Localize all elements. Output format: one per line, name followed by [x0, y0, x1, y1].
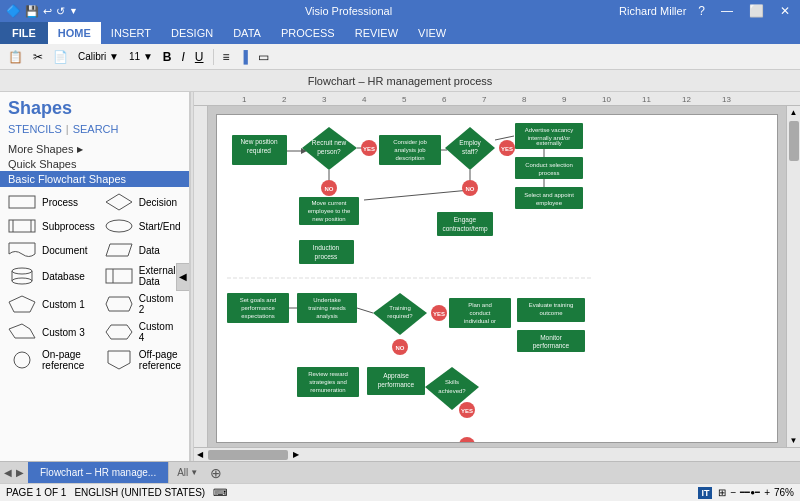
shape-process[interactable]: Process [4, 191, 99, 213]
maximize-btn[interactable]: ⬜ [745, 4, 768, 18]
nav-sep: | [66, 123, 69, 135]
fill-color-btn[interactable]: ▐ [236, 49, 253, 65]
tab-prev-btn[interactable]: ◀ [4, 467, 12, 478]
shape-startend[interactable]: Start/End [101, 215, 185, 237]
font-size-dropdown[interactable]: 11 ▼ [125, 50, 157, 63]
close-btn[interactable]: ✕ [776, 4, 794, 18]
zoom-slider[interactable]: ━━●━ [740, 488, 760, 497]
tab-flowchart[interactable]: Flowchart – HR manage... [28, 462, 169, 483]
redo-icon[interactable]: ↺ [56, 5, 65, 18]
shape-custom2[interactable]: Custom 2 [101, 291, 185, 317]
svg-rect-0 [9, 196, 35, 208]
statusbar: PAGE 1 OF 1 ENGLISH (UNITED STATES) ⌨ IT… [0, 483, 800, 501]
svg-text:Consider job: Consider job [393, 139, 427, 145]
decision-icon [105, 193, 133, 211]
stencils-link[interactable]: STENCILS [8, 123, 62, 135]
shape-extdata[interactable]: External Data [101, 263, 185, 289]
shape-label-onpage: On-page reference [42, 349, 95, 371]
shape-custom4[interactable]: Custom 4 [101, 319, 185, 345]
customize-icon[interactable]: ▼ [69, 6, 78, 16]
help-btn[interactable]: ? [694, 4, 709, 18]
shape-database[interactable]: Database [4, 263, 99, 289]
shape-label-custom3: Custom 3 [42, 327, 85, 338]
scroll-thumb[interactable] [789, 121, 799, 161]
zoom-out-btn[interactable]: − [730, 487, 736, 498]
tab-review[interactable]: REVIEW [345, 22, 408, 44]
tab-all-control[interactable]: All ▼ [169, 462, 206, 483]
svg-text:YES: YES [363, 146, 375, 152]
svg-text:description: description [395, 155, 424, 161]
svg-text:remuneration: remuneration [310, 387, 345, 393]
svg-text:Conduct selection: Conduct selection [525, 162, 573, 168]
canvas-area[interactable]: 1 2 3 4 5 6 7 8 9 10 11 12 13 [194, 92, 800, 461]
shape-decision[interactable]: Decision [101, 191, 185, 213]
ribbon: FILE HOME INSERT DESIGN DATA PROCESS REV… [0, 22, 800, 44]
italic-btn[interactable]: I [178, 49, 189, 65]
align-left-btn[interactable]: ≡ [219, 49, 234, 65]
scroll-right-btn[interactable]: ▶ [290, 450, 302, 459]
underline-btn[interactable]: U [191, 49, 208, 65]
keyboard-icon: ⌨ [213, 487, 227, 498]
svg-text:contractor/temp: contractor/temp [442, 225, 488, 233]
file-tab[interactable]: FILE [0, 22, 48, 44]
custom2-icon [105, 295, 133, 313]
svg-text:Evaluate training: Evaluate training [529, 302, 574, 308]
line-color-btn[interactable]: ▭ [254, 49, 273, 65]
tab-dropdown-arrow[interactable]: ▼ [190, 468, 198, 477]
hscroll-thumb[interactable] [208, 450, 288, 460]
horizontal-scrollbar[interactable]: ◀ ▶ [194, 447, 800, 461]
onpage-icon [8, 351, 36, 369]
vertical-scrollbar[interactable]: ▲ ▼ [786, 106, 800, 447]
minimize-btn[interactable]: — [717, 4, 737, 18]
tab-process[interactable]: PROCESS [271, 22, 345, 44]
scroll-down-btn[interactable]: ▼ [788, 434, 800, 447]
ruler-num: 6 [442, 95, 446, 104]
svg-line-110 [357, 308, 373, 313]
canvas-content: New position required Recruit new person… [194, 106, 800, 447]
font-dropdown[interactable]: Calibri ▼ [74, 50, 123, 63]
tab-next-btn[interactable]: ▶ [16, 467, 24, 478]
shape-custom3[interactable]: Custom 3 [4, 319, 99, 345]
shape-document[interactable]: Document [4, 239, 99, 261]
cut-btn[interactable]: ✂ [29, 49, 47, 65]
add-page-btn[interactable]: ⊕ [210, 462, 222, 483]
shape-offpage[interactable]: Off-page reference [101, 347, 185, 373]
shape-data[interactable]: Data [101, 239, 185, 261]
shape-subprocess[interactable]: Subprocess [4, 215, 99, 237]
ruler-num: 1 [242, 95, 246, 104]
scroll-left-btn[interactable]: ◀ [194, 450, 206, 459]
undo-icon[interactable]: ↩ [43, 5, 52, 18]
bold-btn[interactable]: B [159, 49, 176, 65]
startend-icon [105, 217, 133, 235]
app-icon: 🔷 [6, 4, 21, 18]
search-link[interactable]: SEARCH [73, 123, 119, 135]
svg-marker-15 [9, 324, 35, 338]
tab-data[interactable]: DATA [223, 22, 271, 44]
svg-text:staff?: staff? [462, 148, 478, 155]
save-icon[interactable]: 💾 [25, 5, 39, 18]
ruler-left [194, 106, 208, 447]
more-shapes-arrow: ▶ [77, 145, 83, 154]
tab-design[interactable]: DESIGN [161, 22, 223, 44]
more-shapes-btn[interactable]: More Shapes ▶ [0, 141, 189, 157]
zoom-in-btn[interactable]: + [764, 487, 770, 498]
sidebar-title: Shapes [8, 98, 181, 119]
custom3-icon [8, 323, 36, 341]
ruler-num: 3 [322, 95, 326, 104]
flowchart-area[interactable]: New position required Recruit new person… [216, 114, 778, 443]
shapes-category[interactable]: Basic Flowchart Shapes [0, 171, 189, 187]
shape-onpage[interactable]: On-page reference [4, 347, 99, 373]
tab-controls: ◀ ▶ [0, 462, 28, 483]
copy-btn[interactable]: 📄 [49, 49, 72, 65]
svg-text:analysis job: analysis job [394, 147, 426, 153]
canvas-paper[interactable]: New position required Recruit new person… [208, 106, 786, 447]
tab-view[interactable]: VIEW [408, 22, 456, 44]
tab-home[interactable]: HOME [48, 22, 101, 44]
scroll-up-btn[interactable]: ▲ [788, 106, 800, 119]
shape-custom1[interactable]: Custom 1 [4, 291, 99, 317]
paste-btn[interactable]: 📋 [4, 49, 27, 65]
collapse-sidebar-btn[interactable]: ◀ [176, 263, 190, 291]
fit-page-btn[interactable]: ⊞ [718, 487, 726, 498]
shape-label-offpage: Off-page reference [139, 349, 181, 371]
tab-insert[interactable]: INSERT [101, 22, 161, 44]
